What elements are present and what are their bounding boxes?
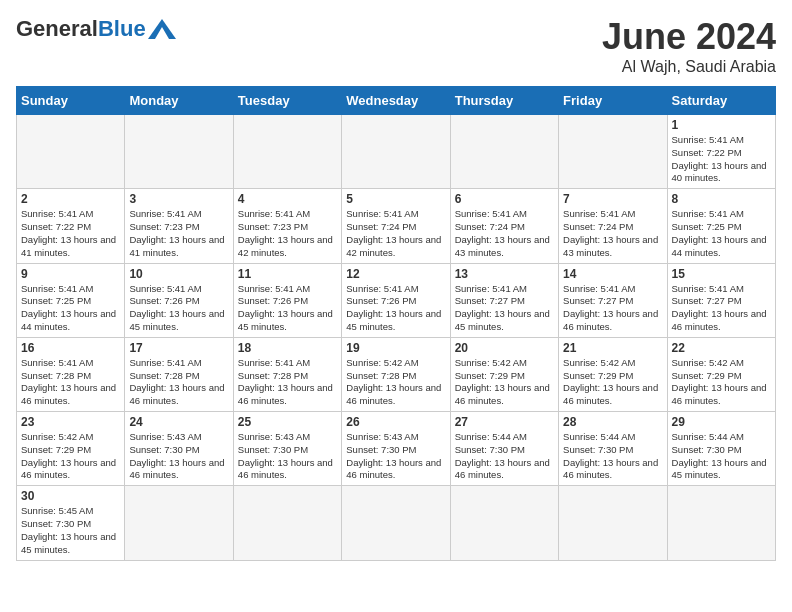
calendar-cell: 2Sunrise: 5:41 AM Sunset: 7:22 PM Daylig…: [17, 189, 125, 263]
day-info: Sunrise: 5:42 AM Sunset: 7:28 PM Dayligh…: [346, 357, 445, 408]
weekday-header-sunday: Sunday: [17, 87, 125, 115]
day-info: Sunrise: 5:41 AM Sunset: 7:26 PM Dayligh…: [238, 283, 337, 334]
day-number: 4: [238, 192, 337, 206]
day-info: Sunrise: 5:41 AM Sunset: 7:26 PM Dayligh…: [346, 283, 445, 334]
day-number: 24: [129, 415, 228, 429]
calendar-cell: 19Sunrise: 5:42 AM Sunset: 7:28 PM Dayli…: [342, 337, 450, 411]
day-info: Sunrise: 5:41 AM Sunset: 7:27 PM Dayligh…: [672, 283, 771, 334]
calendar-cell: 15Sunrise: 5:41 AM Sunset: 7:27 PM Dayli…: [667, 263, 775, 337]
day-info: Sunrise: 5:44 AM Sunset: 7:30 PM Dayligh…: [672, 431, 771, 482]
day-number: 10: [129, 267, 228, 281]
month-title: June 2024: [602, 16, 776, 58]
day-number: 21: [563, 341, 662, 355]
calendar-cell: [559, 115, 667, 189]
day-info: Sunrise: 5:43 AM Sunset: 7:30 PM Dayligh…: [238, 431, 337, 482]
calendar-cell: 17Sunrise: 5:41 AM Sunset: 7:28 PM Dayli…: [125, 337, 233, 411]
day-info: Sunrise: 5:42 AM Sunset: 7:29 PM Dayligh…: [21, 431, 120, 482]
calendar-cell: [667, 486, 775, 560]
calendar-cell: 1Sunrise: 5:41 AM Sunset: 7:22 PM Daylig…: [667, 115, 775, 189]
day-number: 8: [672, 192, 771, 206]
day-info: Sunrise: 5:41 AM Sunset: 7:28 PM Dayligh…: [129, 357, 228, 408]
logo-general-text: General: [16, 16, 98, 42]
day-info: Sunrise: 5:45 AM Sunset: 7:30 PM Dayligh…: [21, 505, 120, 556]
week-row-0: 1Sunrise: 5:41 AM Sunset: 7:22 PM Daylig…: [17, 115, 776, 189]
day-number: 26: [346, 415, 445, 429]
day-number: 5: [346, 192, 445, 206]
calendar-cell: 26Sunrise: 5:43 AM Sunset: 7:30 PM Dayli…: [342, 412, 450, 486]
weekday-header-row: SundayMondayTuesdayWednesdayThursdayFrid…: [17, 87, 776, 115]
calendar-cell: 29Sunrise: 5:44 AM Sunset: 7:30 PM Dayli…: [667, 412, 775, 486]
day-number: 30: [21, 489, 120, 503]
calendar-cell: [450, 115, 558, 189]
week-row-1: 2Sunrise: 5:41 AM Sunset: 7:22 PM Daylig…: [17, 189, 776, 263]
day-info: Sunrise: 5:41 AM Sunset: 7:24 PM Dayligh…: [563, 208, 662, 259]
logo-icon: [148, 19, 176, 39]
day-info: Sunrise: 5:41 AM Sunset: 7:23 PM Dayligh…: [238, 208, 337, 259]
weekday-header-saturday: Saturday: [667, 87, 775, 115]
calendar-cell: 23Sunrise: 5:42 AM Sunset: 7:29 PM Dayli…: [17, 412, 125, 486]
logo-area: General Blue: [16, 16, 176, 42]
day-info: Sunrise: 5:43 AM Sunset: 7:30 PM Dayligh…: [346, 431, 445, 482]
weekday-header-wednesday: Wednesday: [342, 87, 450, 115]
calendar-cell: 7Sunrise: 5:41 AM Sunset: 7:24 PM Daylig…: [559, 189, 667, 263]
day-info: Sunrise: 5:41 AM Sunset: 7:28 PM Dayligh…: [238, 357, 337, 408]
calendar-cell: 11Sunrise: 5:41 AM Sunset: 7:26 PM Dayli…: [233, 263, 341, 337]
calendar-cell: 28Sunrise: 5:44 AM Sunset: 7:30 PM Dayli…: [559, 412, 667, 486]
day-info: Sunrise: 5:41 AM Sunset: 7:25 PM Dayligh…: [21, 283, 120, 334]
calendar-cell: [342, 115, 450, 189]
day-number: 22: [672, 341, 771, 355]
calendar-cell: 30Sunrise: 5:45 AM Sunset: 7:30 PM Dayli…: [17, 486, 125, 560]
calendar-cell: 27Sunrise: 5:44 AM Sunset: 7:30 PM Dayli…: [450, 412, 558, 486]
day-number: 19: [346, 341, 445, 355]
logo-blue-text: Blue: [98, 16, 146, 42]
day-number: 6: [455, 192, 554, 206]
day-info: Sunrise: 5:44 AM Sunset: 7:30 PM Dayligh…: [563, 431, 662, 482]
week-row-5: 30Sunrise: 5:45 AM Sunset: 7:30 PM Dayli…: [17, 486, 776, 560]
week-row-4: 23Sunrise: 5:42 AM Sunset: 7:29 PM Dayli…: [17, 412, 776, 486]
day-number: 3: [129, 192, 228, 206]
calendar-cell: 25Sunrise: 5:43 AM Sunset: 7:30 PM Dayli…: [233, 412, 341, 486]
day-info: Sunrise: 5:41 AM Sunset: 7:24 PM Dayligh…: [346, 208, 445, 259]
weekday-header-friday: Friday: [559, 87, 667, 115]
calendar-cell: [17, 115, 125, 189]
day-number: 13: [455, 267, 554, 281]
header: General Blue June 2024 Al Wajh, Saudi Ar…: [16, 16, 776, 76]
day-number: 12: [346, 267, 445, 281]
day-info: Sunrise: 5:41 AM Sunset: 7:25 PM Dayligh…: [672, 208, 771, 259]
day-number: 20: [455, 341, 554, 355]
day-number: 2: [21, 192, 120, 206]
calendar-cell: 5Sunrise: 5:41 AM Sunset: 7:24 PM Daylig…: [342, 189, 450, 263]
day-info: Sunrise: 5:42 AM Sunset: 7:29 PM Dayligh…: [563, 357, 662, 408]
calendar-cell: 6Sunrise: 5:41 AM Sunset: 7:24 PM Daylig…: [450, 189, 558, 263]
calendar-cell: [125, 115, 233, 189]
day-info: Sunrise: 5:44 AM Sunset: 7:30 PM Dayligh…: [455, 431, 554, 482]
day-info: Sunrise: 5:41 AM Sunset: 7:22 PM Dayligh…: [672, 134, 771, 185]
day-info: Sunrise: 5:41 AM Sunset: 7:27 PM Dayligh…: [455, 283, 554, 334]
calendar-cell: 16Sunrise: 5:41 AM Sunset: 7:28 PM Dayli…: [17, 337, 125, 411]
calendar-cell: [233, 115, 341, 189]
day-number: 23: [21, 415, 120, 429]
day-number: 15: [672, 267, 771, 281]
calendar-table: SundayMondayTuesdayWednesdayThursdayFrid…: [16, 86, 776, 561]
day-number: 1: [672, 118, 771, 132]
calendar-cell: [233, 486, 341, 560]
day-info: Sunrise: 5:41 AM Sunset: 7:28 PM Dayligh…: [21, 357, 120, 408]
day-number: 11: [238, 267, 337, 281]
day-info: Sunrise: 5:41 AM Sunset: 7:22 PM Dayligh…: [21, 208, 120, 259]
day-info: Sunrise: 5:42 AM Sunset: 7:29 PM Dayligh…: [672, 357, 771, 408]
weekday-header-tuesday: Tuesday: [233, 87, 341, 115]
week-row-2: 9Sunrise: 5:41 AM Sunset: 7:25 PM Daylig…: [17, 263, 776, 337]
day-number: 17: [129, 341, 228, 355]
calendar-cell: 13Sunrise: 5:41 AM Sunset: 7:27 PM Dayli…: [450, 263, 558, 337]
calendar-cell: [559, 486, 667, 560]
calendar-cell: 21Sunrise: 5:42 AM Sunset: 7:29 PM Dayli…: [559, 337, 667, 411]
day-number: 25: [238, 415, 337, 429]
day-number: 29: [672, 415, 771, 429]
title-area: June 2024 Al Wajh, Saudi Arabia: [602, 16, 776, 76]
calendar-cell: 22Sunrise: 5:42 AM Sunset: 7:29 PM Dayli…: [667, 337, 775, 411]
calendar-cell: 24Sunrise: 5:43 AM Sunset: 7:30 PM Dayli…: [125, 412, 233, 486]
calendar-cell: 3Sunrise: 5:41 AM Sunset: 7:23 PM Daylig…: [125, 189, 233, 263]
day-info: Sunrise: 5:41 AM Sunset: 7:26 PM Dayligh…: [129, 283, 228, 334]
day-info: Sunrise: 5:42 AM Sunset: 7:29 PM Dayligh…: [455, 357, 554, 408]
calendar-cell: [450, 486, 558, 560]
